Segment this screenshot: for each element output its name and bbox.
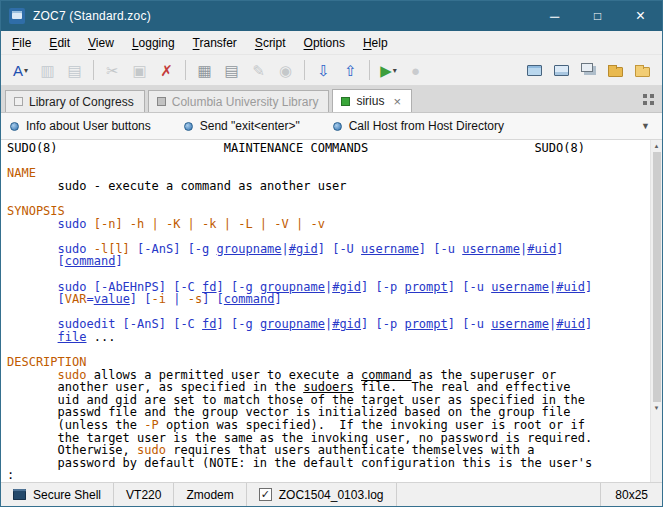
- terminal-line: file ...: [7, 331, 650, 344]
- tab-label: sirius: [356, 94, 384, 108]
- copy-icon: ▣: [132, 63, 146, 78]
- run-script-icon: ▶: [380, 63, 392, 78]
- toolbar: A▾▥▤✂▣✗▦▤✎◉⇩⇧▶▾●: [1, 54, 662, 86]
- log-checkbox[interactable]: ✓: [259, 488, 272, 501]
- send-file-button[interactable]: ⇧: [338, 58, 363, 83]
- terminal-area: SUDO(8) MAINTENANCE COMMANDS SUDO(8) NAM…: [1, 140, 662, 482]
- terminal-window-button[interactable]: [522, 58, 547, 83]
- menu-bar: FileEditViewLoggingTransferScriptOptions…: [1, 31, 662, 54]
- tab-close-icon[interactable]: ×: [393, 95, 401, 108]
- terminal-text[interactable]: SUDO(8) MAINTENANCE COMMANDS SUDO(8) NAM…: [1, 140, 650, 482]
- menu-options[interactable]: Options: [295, 32, 354, 54]
- scroll-up-icon[interactable]: ▲: [651, 140, 662, 152]
- terminal-line: :: [7, 469, 650, 482]
- scrollbar[interactable]: ▲ ▼: [650, 140, 662, 482]
- connection-icon: [13, 489, 26, 500]
- copy-screen-icon: ▤: [224, 63, 238, 78]
- cut-icon: ✂: [106, 63, 119, 78]
- terminal-line: [VAR=value] [-i | -s] [command]: [7, 293, 650, 306]
- receive-file-icon: ⇩: [317, 63, 330, 78]
- record-script-button[interactable]: ●: [403, 58, 428, 83]
- host-directory-button[interactable]: [549, 58, 574, 83]
- minimize-button[interactable]: ─: [533, 1, 576, 31]
- terminal-line: SUDO(8) MAINTENANCE COMMANDS SUDO(8): [7, 142, 650, 155]
- user-button-label: Call Host from Host Directory: [349, 119, 504, 133]
- toolbar-separator: [369, 60, 370, 80]
- maximize-button[interactable]: □: [576, 1, 619, 31]
- user-button-bar-buttons: Info about User buttonsSend "exit<enter>…: [10, 119, 638, 133]
- zoc-window: ZOC7 (Standard.zoc) ─ □ × FileEditViewLo…: [0, 0, 663, 507]
- window-controls: ─ □ ×: [533, 1, 662, 31]
- menu-view[interactable]: View: [79, 32, 123, 54]
- log-folder-button[interactable]: [630, 58, 655, 83]
- tab-status-icon: [157, 97, 166, 106]
- terminal-line: [7, 155, 650, 168]
- status-transfer[interactable]: Zmodem: [174, 483, 246, 506]
- find-icon: ◉: [279, 63, 292, 78]
- edit-button[interactable]: ✎: [246, 58, 271, 83]
- toolbar-separator: [185, 60, 186, 80]
- app-icon: [9, 8, 25, 24]
- connection-label: Secure Shell: [33, 488, 101, 502]
- tab-status-icon: [341, 97, 350, 106]
- paste-button[interactable]: ▦: [192, 58, 217, 83]
- tab-columbia-university-library[interactable]: Columbia University Library: [148, 90, 330, 112]
- print-button[interactable]: ▤: [62, 58, 87, 83]
- title-bar: ZOC7 (Standard.zoc) ─ □ ×: [1, 1, 662, 31]
- menu-script[interactable]: Script: [246, 32, 295, 54]
- status-logging[interactable]: ✓ ZOC1504_0103.log: [247, 483, 397, 506]
- window-title: ZOC7 (Standard.zoc): [33, 9, 151, 23]
- copy-screen-button[interactable]: ▤: [219, 58, 244, 83]
- log-filename: ZOC1504_0103.log: [279, 488, 384, 502]
- button-dot-icon: [184, 122, 193, 131]
- status-bar: Secure Shell VT220 Zmodem ✓ ZOC1504_0103…: [1, 482, 662, 506]
- copy-button[interactable]: ▣: [127, 58, 152, 83]
- menu-edit[interactable]: Edit: [40, 32, 79, 54]
- paste-icon: ▦: [197, 63, 211, 78]
- receive-file-button[interactable]: ⇩: [311, 58, 336, 83]
- menu-transfer[interactable]: Transfer: [184, 32, 246, 54]
- save-button[interactable]: ▥: [35, 58, 60, 83]
- terminal-line: [7, 192, 650, 205]
- scrollbar-thumb[interactable]: [653, 152, 661, 402]
- button-dot-icon: [333, 122, 342, 131]
- run-script-button[interactable]: ▶▾: [376, 58, 401, 83]
- charset-icon: A: [13, 63, 23, 78]
- cut-button[interactable]: ✂: [100, 58, 125, 83]
- user-button-label: Send "exit<enter>": [200, 119, 300, 133]
- userbuttons-menu-icon[interactable]: ▼: [638, 119, 653, 133]
- user-button-1[interactable]: Info about User buttons: [10, 119, 151, 133]
- status-connection[interactable]: Secure Shell: [1, 483, 114, 506]
- menu-file[interactable]: File: [3, 32, 40, 54]
- scroll-down-icon[interactable]: ▼: [651, 402, 662, 414]
- tab-status-icon: [14, 97, 23, 106]
- status-emulation[interactable]: VT220: [114, 483, 174, 506]
- grid-squares: [643, 94, 647, 98]
- close-session-button[interactable]: ✗: [154, 58, 179, 83]
- tab-overview-icon[interactable]: [643, 94, 654, 105]
- close-session-icon: ✗: [160, 63, 173, 78]
- session-list-button[interactable]: [576, 58, 601, 83]
- transfer-label: Zmodem: [186, 488, 233, 502]
- log-folder-icon: [635, 67, 650, 77]
- send-file-icon: ⇧: [344, 63, 357, 78]
- save-icon: ▥: [40, 63, 54, 78]
- find-button[interactable]: ◉: [273, 58, 298, 83]
- terminal-window-icon: [527, 65, 542, 76]
- menu-logging[interactable]: Logging: [123, 32, 184, 54]
- close-button[interactable]: ×: [619, 1, 662, 31]
- host-directory-icon: [554, 65, 569, 76]
- user-button-bar: Info about User buttonsSend "exit<enter>…: [1, 113, 662, 140]
- user-button-2[interactable]: Send "exit<enter>": [184, 119, 300, 133]
- button-dot-icon: [10, 122, 19, 131]
- dropdown-caret-icon: ▾: [24, 66, 28, 75]
- tab-library-of-congress[interactable]: Library of Congress: [5, 90, 145, 112]
- open-folder-button[interactable]: [603, 58, 628, 83]
- user-button-label: Info about User buttons: [26, 119, 151, 133]
- emulation-label: VT220: [126, 488, 161, 502]
- charset-button[interactable]: A▾: [8, 58, 33, 83]
- edit-icon: ✎: [252, 63, 265, 78]
- user-button-3[interactable]: Call Host from Host Directory: [333, 119, 504, 133]
- menu-help[interactable]: Help: [354, 32, 397, 54]
- tab-sirius[interactable]: sirius×: [332, 89, 412, 112]
